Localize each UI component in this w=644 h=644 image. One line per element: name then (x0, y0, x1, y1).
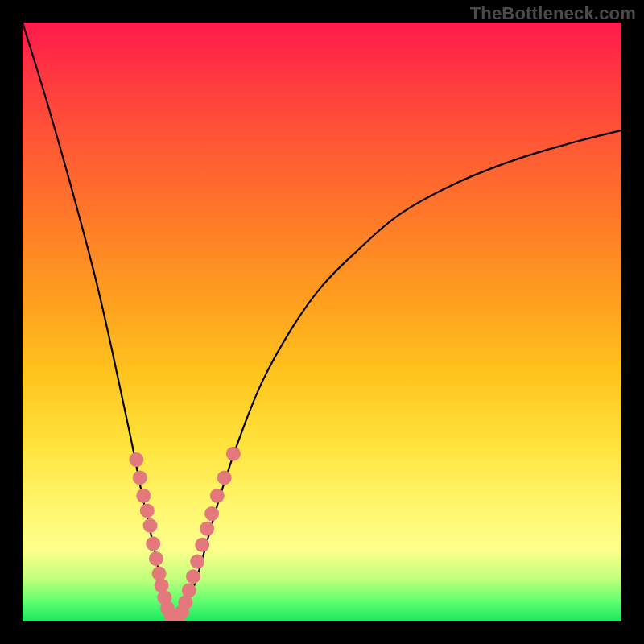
marker-dot (182, 583, 196, 597)
marker-dot (143, 518, 158, 533)
marker-dot (226, 447, 241, 461)
watermark-text: TheBottleneck.com (470, 3, 636, 24)
marker-dot (217, 470, 232, 485)
plot-area (23, 23, 621, 621)
marker-dot (146, 536, 160, 551)
chart-frame: TheBottleneck.com (0, 0, 644, 644)
bottleneck-curve (23, 23, 621, 621)
marker-dot (200, 522, 214, 536)
marker-dot (204, 506, 219, 521)
marker-dot (190, 555, 204, 569)
marker-dot (140, 503, 155, 518)
marker-dot (195, 538, 209, 552)
marker-dot (129, 452, 143, 467)
marker-dot (133, 470, 147, 485)
marker-dot (136, 489, 151, 503)
marker-group (129, 447, 241, 621)
marker-dot (186, 569, 200, 584)
marker-dot (210, 489, 225, 503)
marker-dot (149, 551, 163, 566)
chart-svg (23, 23, 621, 621)
marker-dot (152, 567, 167, 581)
